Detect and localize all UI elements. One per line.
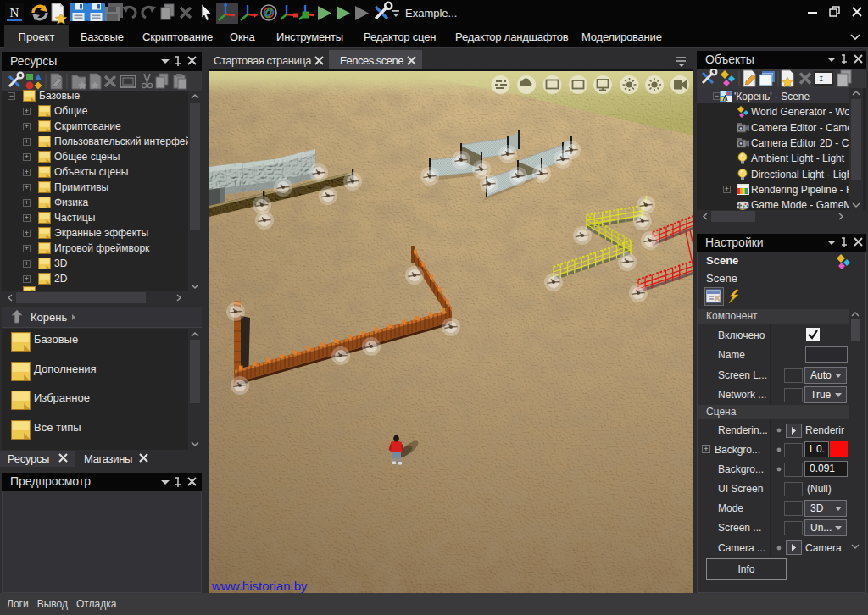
svg-text:Ресурсы: Ресурсы <box>8 452 49 465</box>
svg-text:Корень: Корень <box>31 311 67 324</box>
svg-text:Магазины: Магазины <box>84 452 132 465</box>
svg-text:Example...: Example... <box>405 7 457 19</box>
svg-text:www.historian.by: www.historian.by <box>211 579 308 593</box>
svg-text:N: N <box>10 6 19 19</box>
svg-text:I: I <box>819 75 823 84</box>
